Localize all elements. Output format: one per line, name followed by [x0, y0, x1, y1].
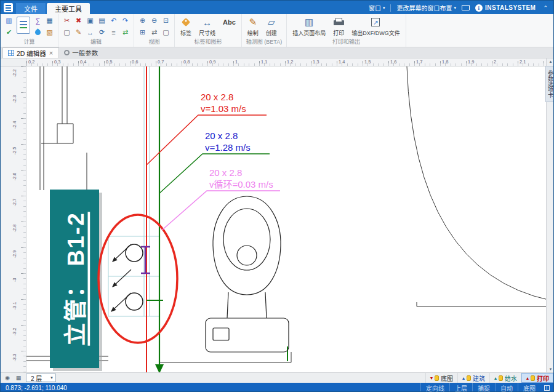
ruler-left-label: -3.2 [12, 324, 18, 339]
cut-icon[interactable]: ✂ [62, 15, 72, 26]
toggle-water-layer[interactable]: ▴ 给水 [489, 373, 521, 383]
visibility-icon[interactable]: ◉ [3, 375, 12, 381]
delete-icon[interactable]: ✖ [73, 15, 84, 26]
status-mode-toggle[interactable]: 捕捉 [472, 383, 495, 392]
status-mode-toggle[interactable]: 底图 [518, 383, 540, 392]
axonometry-icon: ▱ [268, 16, 275, 28]
mirror-icon[interactable]: ⇄ [120, 27, 130, 38]
align-icon[interactable]: ≡ [108, 27, 119, 38]
ruler-top-label: 1.8 [442, 59, 448, 65]
draw-button[interactable]: ✎ 绘制 [245, 15, 261, 38]
tag-icon [183, 16, 189, 28]
riser-fittings[interactable] [111, 244, 150, 311]
fit-view-icon[interactable]: ▢ [161, 27, 171, 38]
ruler-top-label: 1.9 [468, 59, 474, 65]
floor-selector[interactable]: 2 层 ▾ [26, 374, 56, 382]
zoom-window-icon[interactable]: ⊞ [137, 27, 148, 38]
ribbon-group-view: ⊕ ⊖ ⊡ ⊞ ⇄ ▢ 视图 [134, 14, 175, 47]
layers-icon[interactable]: ▦ [14, 375, 23, 381]
undo-icon[interactable]: ↶ [108, 15, 119, 26]
create-button[interactable]: ▱ 创建 [263, 15, 279, 38]
svg-text:v循环=0.03 m/s: v循环=0.03 m/s [209, 179, 273, 190]
ribbon-group-axono: ✎ 绘制 ▱ 创建 轴测图 (BETA) [242, 14, 287, 47]
scroll-up-icon[interactable]: ▲ [549, 58, 553, 65]
calculation-results-icon[interactable] [17, 17, 30, 34]
svg-text:v=1.03 m/s: v=1.03 m/s [201, 103, 246, 114]
copy-icon[interactable]: ▣ [85, 15, 95, 26]
monitor-icon[interactable] [462, 5, 470, 10]
ruler-top-label: 2.1 [520, 59, 526, 65]
toggle-base-layer[interactable]: ▾ 底图 [425, 373, 457, 383]
label-button[interactable]: 标签 [178, 15, 194, 38]
insert-page-layout-button[interactable]: ▥ 插入页面布局 [290, 15, 328, 38]
ribbon-collapse-icon[interactable]: ⌃ [541, 5, 550, 11]
ribbon-group-label: 标签和图形 [178, 38, 238, 47]
status-mode-toggle[interactable]: 自动 [495, 383, 518, 392]
ruler-top-label: 1 [235, 59, 238, 65]
move-icon[interactable]: ↔ [85, 27, 95, 38]
ruler-top-label: 0.7 [158, 59, 164, 65]
divider [390, 4, 391, 12]
ribbon-group-calc: ▥ ✔ ∑ ▦ ▧ 计算 [1, 14, 58, 47]
scroll-down-icon[interactable]: ▼ [549, 366, 553, 372]
toggle-building-layer[interactable]: ▴ 建筑 [457, 373, 489, 383]
select-icon[interactable]: ▢ [62, 27, 72, 38]
riser-banner-text: 立管： B1-2 [63, 212, 89, 345]
zoom-extent-icon[interactable]: ⊡ [161, 15, 171, 26]
status-mode-toggle[interactable]: 定向线 [420, 383, 449, 392]
bulb-icon [435, 375, 439, 381]
screen-layout-menu[interactable]: 更改屏幕的窗口布置▾ [396, 3, 456, 12]
text-button[interactable]: Abc [220, 15, 238, 36]
layer-bar: ◉ ▦ 2 层 ▾ ▾ 底图 ▴ 建筑 ▴ 给水 ▴ [1, 372, 553, 383]
application-window: 文件 主要工具 窗口▾ 更改屏幕的窗口布置▾ iINSTALSYSTEM ⌃ ▥… [0, 0, 554, 392]
riser-banner[interactable]: 立管： B1-2 [50, 190, 102, 371]
close-icon[interactable]: × [49, 49, 54, 57]
sum-icon[interactable]: ∑ [33, 15, 43, 26]
pipe-arrowhead [155, 364, 164, 372]
triangle-icon: ▴ [494, 375, 497, 381]
table-icon[interactable]: ▦ [44, 15, 55, 26]
water-drop-icon[interactable] [33, 27, 43, 38]
toggle-print-layer[interactable]: ▴ 打印 [521, 373, 553, 383]
tab-2d-editor[interactable]: 2D 编辑器 × [2, 47, 59, 58]
drawing-canvas[interactable]: 立管： B1-2 [26, 66, 546, 372]
dimension-line-button[interactable]: ↔ 尺寸线 [196, 15, 218, 38]
export-dxf-dwg-button[interactable]: ↗ 输出DXF/DWG文件 [349, 15, 403, 38]
dimension-icon: ↔ [203, 16, 212, 28]
ruler-left-label: -3 [12, 273, 18, 287]
ruler-left-label: -2.7 [12, 195, 18, 210]
zoom-in-icon[interactable]: ⊕ [137, 15, 148, 26]
chevron-down-icon: ▾ [383, 6, 385, 10]
ruler-top-label: 1.7 [416, 59, 422, 65]
zoom-out-icon[interactable]: ⊖ [149, 15, 159, 26]
annotation-ellipse[interactable] [98, 215, 177, 343]
rotate-icon[interactable]: ⟳ [97, 27, 107, 38]
right-side-panel: ▲ 参数选项卡 ▼ [546, 58, 554, 372]
calc-check-icon[interactable]: ✔ [4, 27, 14, 38]
ruler-top-label: 0.3 [54, 59, 60, 65]
building-walls [26, 66, 546, 362]
toilet-fixture[interactable] [206, 196, 289, 352]
door-swing-arc [407, 66, 546, 300]
status-mode-toggle[interactable]: 上层 [449, 383, 472, 392]
grid-toggle-icon[interactable] [544, 385, 550, 391]
print-button[interactable]: 打印 [331, 15, 347, 38]
calc-option-icon[interactable]: ▥ [4, 15, 14, 26]
tab-file[interactable]: 文件 [16, 3, 46, 14]
triangle-icon: ▾ [430, 375, 433, 381]
window-menu[interactable]: 窗口▾ [369, 3, 385, 12]
settings-icon[interactable]: ▧ [44, 27, 55, 38]
brush-icon[interactable]: ✎ [73, 27, 84, 38]
pipe-label-circulation[interactable]: 20 x 2.8 v循环=0.03 m/s [162, 167, 280, 230]
ruler-top-label: 0.9 [209, 59, 215, 65]
tab-general-params[interactable]: 一般参数 [59, 47, 103, 58]
pan-icon[interactable]: ⇄ [149, 27, 159, 38]
tab-main-tools[interactable]: 主要工具 [47, 3, 90, 14]
paste-icon[interactable]: ▤ [97, 15, 107, 26]
parameters-panel-tab[interactable]: 参数选项卡 [545, 66, 554, 102]
redo-icon[interactable]: ↷ [120, 15, 130, 26]
ribbon-group-labels-graphics: 标签 ↔ 尺寸线 Abc 标签和图形 [175, 14, 242, 47]
info-logo-icon: i [475, 4, 483, 12]
ruler-top-label: 0.2 [28, 59, 34, 65]
ruler-left-label: -3.3 [12, 350, 18, 365]
